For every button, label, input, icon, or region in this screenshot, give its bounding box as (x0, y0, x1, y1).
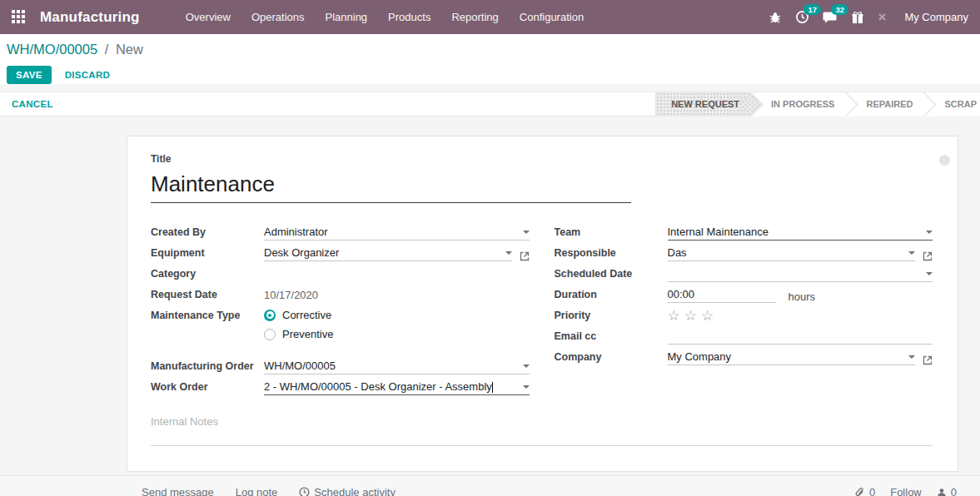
external-link-icon[interactable] (923, 251, 933, 261)
breadcrumb: WH/MO/00005 / New (7, 42, 973, 57)
stage-new-request[interactable]: NEW REQUEST (655, 92, 751, 117)
company-label: Company (555, 350, 668, 365)
bug-icon[interactable] (769, 11, 782, 24)
chevron-down-icon[interactable] (505, 251, 512, 255)
cancel-button[interactable]: CANCEL (12, 99, 53, 109)
clock-icon (299, 487, 310, 496)
responsible-field[interactable]: Das (668, 246, 916, 261)
chatter-bar: Send message Log note Schedule activity … (0, 475, 980, 496)
equipment-field[interactable]: Desk Organizer (264, 246, 512, 261)
company-switcher[interactable]: My Company (904, 11, 968, 23)
radio-corrective[interactable]: Corrective (264, 309, 530, 321)
created-by-label: Created By (151, 225, 264, 241)
duration-unit: hours (788, 290, 816, 303)
team-label: Team (555, 225, 668, 241)
menu-planning[interactable]: Planning (326, 11, 368, 23)
responsible-label: Responsible (555, 246, 668, 261)
work-order-label: Work Order (151, 379, 264, 395)
star-outline-icon[interactable]: ☆ (668, 308, 684, 324)
company-field[interactable]: My Company (668, 350, 916, 365)
maintenance-type-label: Maintenance Type (151, 308, 264, 340)
menu-products[interactable]: Products (388, 11, 430, 23)
save-button[interactable]: SAVE (7, 66, 52, 84)
priority-label: Priority (555, 308, 668, 324)
equipment-label: Equipment (151, 246, 264, 261)
chevron-down-icon[interactable] (926, 231, 933, 234)
kanban-state-dot[interactable] (939, 155, 950, 166)
email-cc-label: Email cc (555, 329, 668, 345)
chevron-down-icon[interactable] (523, 231, 530, 234)
duration-field[interactable]: 00:00 (668, 287, 776, 303)
menu-operations[interactable]: Operations (251, 11, 305, 23)
messages-badge: 32 (831, 4, 848, 15)
request-date-label: Request Date (151, 287, 264, 303)
request-date-value: 10/17/2020 (264, 287, 530, 303)
star-outline-icon[interactable]: ☆ (701, 308, 718, 324)
category-value (264, 266, 530, 282)
scheduled-date-field[interactable] (668, 266, 933, 282)
chevron-down-icon[interactable] (926, 272, 933, 275)
chevron-down-icon[interactable] (908, 251, 915, 255)
radio-unchecked-icon[interactable] (264, 329, 276, 340)
stage-pipeline: NEW REQUEST IN PROGRESS REPAIRED SCRAP (655, 92, 980, 117)
log-note-button[interactable]: Log note (236, 486, 278, 496)
attachments-button[interactable]: 0 (854, 486, 875, 496)
activities-icon[interactable]: 17 (795, 10, 809, 24)
breadcrumb-parent[interactable]: WH/MO/00005 (7, 42, 97, 57)
external-link-icon[interactable] (520, 251, 530, 261)
priority-stars[interactable]: ☆☆☆ (668, 308, 933, 324)
paperclip-icon (854, 487, 865, 496)
radio-checked-icon[interactable] (264, 310, 276, 321)
statusbar: CANCEL NEW REQUEST IN PROGRESS REPAIRED … (0, 92, 980, 117)
schedule-activity-button[interactable]: Schedule activity (299, 486, 395, 496)
text-cursor (492, 382, 493, 393)
breadcrumb-separator: / (105, 42, 109, 57)
maintenance-type-radio-group: Corrective Preventive (264, 308, 530, 340)
scheduled-date-label: Scheduled Date (555, 266, 668, 282)
follow-button[interactable]: Follow (890, 486, 922, 496)
x-icon[interactable]: × (878, 9, 886, 26)
chevron-down-icon[interactable] (908, 355, 915, 359)
right-field-group: Team Internal Maintenance Responsible Da… (555, 225, 933, 395)
followers-button[interactable]: 0 (937, 486, 957, 496)
internal-notes-field[interactable]: Internal Notes (151, 415, 933, 446)
gift-icon[interactable] (851, 11, 864, 24)
activities-badge: 17 (803, 4, 821, 15)
star-outline-icon[interactable]: ☆ (684, 308, 701, 324)
person-icon (937, 488, 947, 496)
manufacturing-order-label: Manufacturing Order (151, 359, 264, 374)
messages-icon[interactable]: 32 (823, 10, 838, 24)
top-navbar: Manufacturing Overview Operations Planni… (0, 0, 980, 34)
manufacturing-order-field[interactable]: WH/MO/00005 (264, 359, 530, 374)
email-cc-field[interactable] (668, 329, 933, 345)
menu-configuration[interactable]: Configuration (520, 11, 584, 23)
control-panel: WH/MO/00005 / New SAVE DISCARD (0, 34, 980, 84)
work-order-field[interactable]: 2 - WH/MO/00005 - Desk Organizer - Assem… (264, 379, 530, 395)
chevron-down-icon[interactable] (523, 365, 530, 368)
chevron-down-icon[interactable] (523, 385, 530, 389)
external-link-icon[interactable] (923, 355, 933, 365)
stage-in-progress[interactable]: IN PROGRESS (751, 92, 846, 117)
app-name[interactable]: Manufacturing (40, 9, 140, 26)
menu-reporting[interactable]: Reporting (451, 11, 498, 23)
discard-button[interactable]: DISCARD (65, 70, 111, 80)
form-sheet: Title Maintenance Created By Administrat… (127, 136, 958, 472)
main-content: Title Maintenance Created By Administrat… (0, 123, 980, 496)
team-field[interactable]: Internal Maintenance (668, 225, 933, 241)
menu-overview[interactable]: Overview (186, 11, 231, 23)
category-label: Category (151, 266, 264, 282)
breadcrumb-current: New (116, 42, 143, 57)
radio-preventive[interactable]: Preventive (264, 328, 530, 340)
main-menu: Overview Operations Planning Products Re… (186, 11, 584, 23)
duration-label: Duration (555, 287, 668, 303)
title-input[interactable]: Maintenance (151, 168, 631, 203)
send-message-button[interactable]: Send message (142, 486, 214, 496)
title-label: Title (151, 153, 933, 165)
left-field-group: Created By Administrator Equipment Desk … (151, 225, 530, 395)
created-by-field[interactable]: Administrator (264, 225, 530, 241)
apps-menu-icon[interactable] (12, 10, 26, 24)
internal-notes-placeholder: Internal Notes (151, 415, 218, 428)
